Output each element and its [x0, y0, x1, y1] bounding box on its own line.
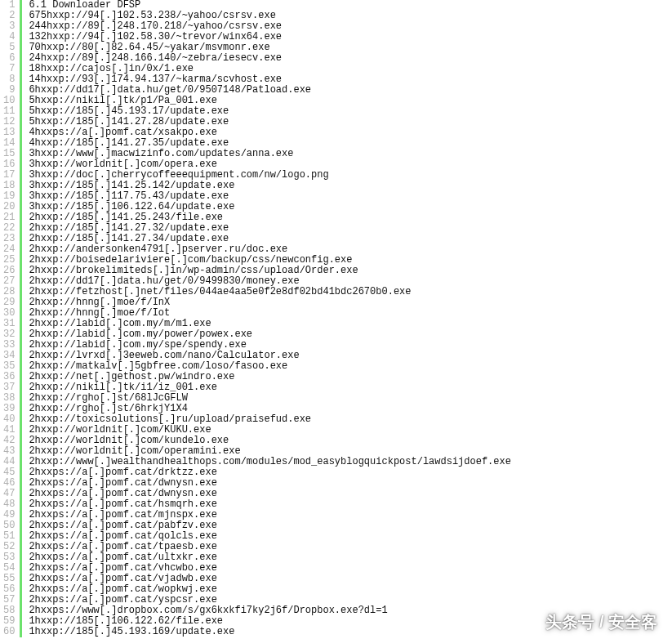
line-number: 60	[3, 627, 15, 637]
line-number-gutter: 1234567891011121314151617181920212223242…	[0, 0, 22, 637]
code-line: 1hxxp://185[.]45.193.169/update.exe	[29, 627, 511, 637]
code-block: 1234567891011121314151617181920212223242…	[0, 0, 672, 637]
code-content: 6.1 Downloader DFSP675hxxp://94[.]102.53…	[22, 0, 511, 637]
